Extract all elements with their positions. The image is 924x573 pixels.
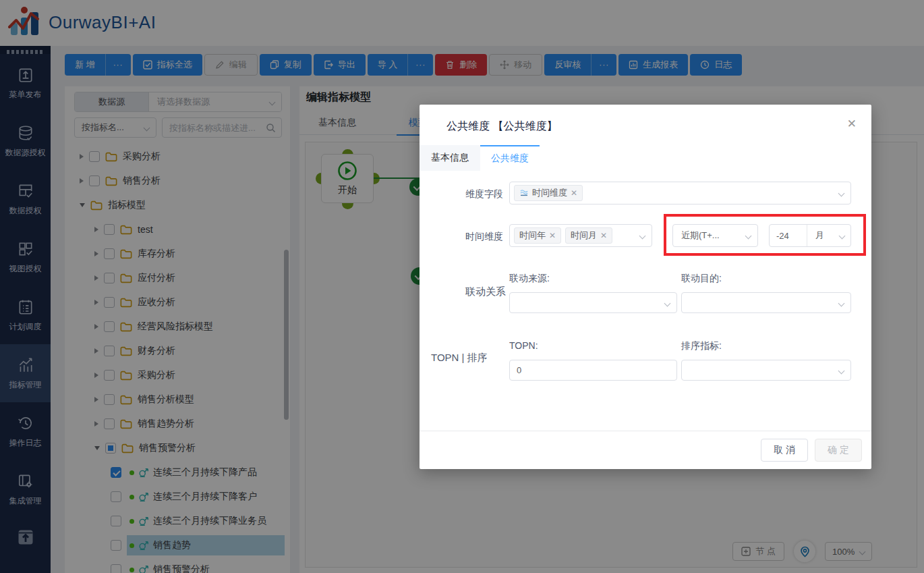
dimension-field-multiselect[interactable]: 时间维度 ✕ [509,182,851,204]
dialog-tab-common-dimension[interactable]: 公共维度 [480,145,540,171]
app-screen: OurwayBI+AI 菜单发布 数据源授权 数据授权 [0,0,924,573]
chevron-down-icon [838,300,845,307]
time-tag: 时间月 ✕ [565,227,612,244]
time-dimension-multiselect[interactable]: 时间年 ✕ 时间月 ✕ [509,224,652,247]
topn-input-box [509,360,677,381]
confirm-button[interactable]: 确 定 [815,439,862,462]
common-dimension-dialog: 公共维度 【公共维度】 ✕ 基本信息 公共维度 维度字段 时间维度 ✕ 时间维度… [420,105,871,469]
linkage-source-label: 联动来源: [509,273,550,285]
linkage-label: 联动关系 [465,285,506,298]
dialog-title: 公共维度 【公共维度】 [446,119,557,134]
chevron-down-icon [639,233,646,240]
remove-tag-icon[interactable]: ✕ [571,188,577,198]
linkage-target-select[interactable] [681,292,851,313]
linkage-source-select[interactable] [509,292,677,313]
time-tag: 时间年 ✕ [514,227,561,244]
dimension-field-label: 维度字段 [465,188,503,200]
dimension-icon [519,189,529,197]
chevron-down-icon [838,368,845,375]
topn-input[interactable] [510,360,676,380]
sort-metric-label: 排序指标: [681,340,722,352]
annotation-highlight-box [664,214,866,256]
linkage-target-label: 联动目的: [681,273,722,285]
time-dimension-label: 时间维度 [465,231,503,243]
topn-sort-label: TOPN | 排序 [431,352,488,364]
dialog-tabs: 基本信息 公共维度 [420,145,871,171]
chevron-down-icon [664,300,671,307]
dimension-tag: 时间维度 ✕ [514,185,583,201]
chevron-down-icon [838,190,845,197]
sort-metric-select[interactable] [681,360,851,381]
dialog-footer: 取 消 确 定 [420,431,871,469]
remove-tag-icon[interactable]: ✕ [600,231,607,240]
topn-label: TOPN: [509,340,538,351]
dialog-body: 维度字段 时间维度 ✕ 时间维度 时间年 ✕ 时间月 ✕ [420,171,871,431]
cancel-button[interactable]: 取 消 [761,439,808,462]
close-icon[interactable]: ✕ [847,118,857,130]
dialog-tab-basic-info[interactable]: 基本信息 [420,145,480,171]
remove-tag-icon[interactable]: ✕ [549,231,556,240]
